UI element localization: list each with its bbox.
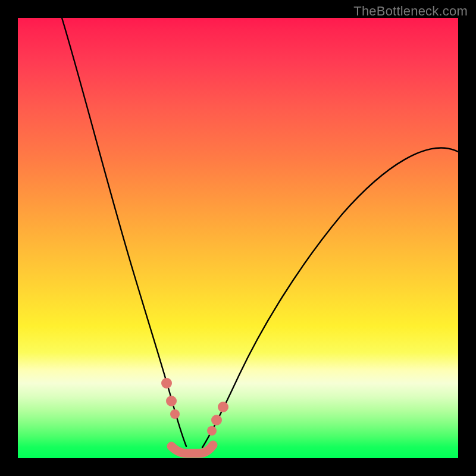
watermark-text: TheBottleneck.com <box>353 4 468 19</box>
marker-dot <box>211 415 222 425</box>
plot-area <box>18 18 458 458</box>
marker-dot <box>161 378 172 389</box>
zero-bottleneck-band <box>171 445 213 453</box>
curve-layer <box>18 18 458 458</box>
outer-frame: TheBottleneck.com <box>0 0 476 476</box>
marker-dot <box>218 402 228 412</box>
marker-dot <box>170 409 180 419</box>
marker-dot <box>207 426 217 436</box>
marker-dot <box>166 396 177 406</box>
curve-right-branch <box>202 148 458 447</box>
